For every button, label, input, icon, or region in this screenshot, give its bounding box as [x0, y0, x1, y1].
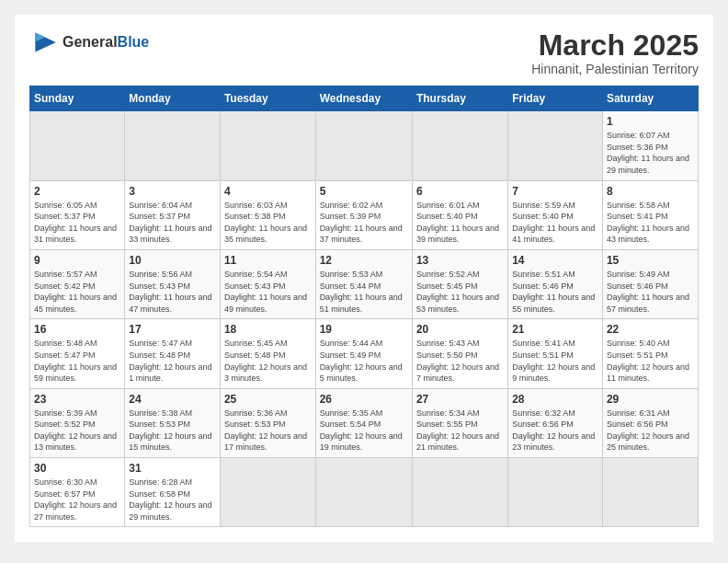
day-number: 26 [320, 393, 408, 406]
calendar-cell: 8Sunrise: 5:58 AM Sunset: 5:41 PM Daylig… [602, 180, 698, 249]
logo-text: GeneralBlue [63, 34, 149, 51]
day-info: Sunrise: 5:49 AM Sunset: 5:46 PM Dayligh… [607, 269, 694, 315]
calendar-cell: 7Sunrise: 5:59 AM Sunset: 5:40 PM Daylig… [508, 180, 603, 249]
col-wednesday: Wednesday [315, 86, 412, 111]
day-info: Sunrise: 5:48 AM Sunset: 5:47 PM Dayligh… [34, 338, 120, 384]
calendar-cell: 20Sunrise: 5:43 AM Sunset: 5:50 PM Dayli… [412, 319, 507, 388]
day-info: Sunrise: 6:30 AM Sunset: 6:57 PM Dayligh… [34, 477, 120, 523]
calendar-cell [412, 458, 507, 527]
calendar-cell: 17Sunrise: 5:47 AM Sunset: 5:48 PM Dayli… [125, 319, 221, 388]
calendar-header: Sunday Monday Tuesday Wednesday Thursday… [30, 86, 699, 111]
logo-icon [29, 29, 59, 55]
day-number: 23 [34, 393, 120, 406]
day-info: Sunrise: 5:51 AM Sunset: 5:46 PM Dayligh… [512, 269, 598, 315]
day-number: 31 [129, 462, 216, 475]
day-number: 8 [607, 185, 694, 198]
day-info: Sunrise: 5:52 AM Sunset: 5:45 PM Dayligh… [416, 269, 504, 315]
calendar-cell: 6Sunrise: 6:01 AM Sunset: 5:40 PM Daylig… [412, 180, 507, 249]
calendar-cell: 4Sunrise: 6:03 AM Sunset: 5:38 PM Daylig… [220, 180, 315, 249]
day-number: 2 [34, 185, 120, 198]
day-info: Sunrise: 5:44 AM Sunset: 5:49 PM Dayligh… [320, 338, 408, 384]
calendar-week-5: 23Sunrise: 5:39 AM Sunset: 5:52 PM Dayli… [30, 388, 699, 457]
calendar-cell [30, 111, 125, 180]
day-info: Sunrise: 6:32 AM Sunset: 6:56 PM Dayligh… [512, 408, 598, 454]
day-number: 7 [512, 185, 598, 198]
col-thursday: Thursday [412, 86, 507, 111]
day-number: 16 [34, 323, 120, 336]
calendar-cell [412, 111, 507, 180]
day-info: Sunrise: 5:43 AM Sunset: 5:50 PM Dayligh… [416, 338, 504, 384]
calendar-cell: 18Sunrise: 5:45 AM Sunset: 5:48 PM Dayli… [220, 319, 315, 388]
day-info: Sunrise: 5:39 AM Sunset: 5:52 PM Dayligh… [34, 408, 120, 454]
calendar-cell: 24Sunrise: 5:38 AM Sunset: 5:53 PM Dayli… [125, 388, 221, 457]
day-number: 25 [224, 393, 312, 406]
day-info: Sunrise: 5:36 AM Sunset: 5:53 PM Dayligh… [224, 408, 312, 454]
calendar-week-2: 2Sunrise: 6:05 AM Sunset: 5:37 PM Daylig… [30, 180, 699, 249]
header: GeneralBlue March 2025 Hinnanit, Palesti… [29, 29, 699, 76]
day-info: Sunrise: 5:56 AM Sunset: 5:43 PM Dayligh… [129, 269, 216, 315]
calendar-cell [602, 458, 698, 527]
calendar-cell: 26Sunrise: 5:35 AM Sunset: 5:54 PM Dayli… [315, 388, 412, 457]
col-friday: Friday [508, 86, 603, 111]
calendar-week-6: 30Sunrise: 6:30 AM Sunset: 6:57 PM Dayli… [30, 458, 699, 527]
day-info: Sunrise: 5:53 AM Sunset: 5:44 PM Dayligh… [320, 269, 408, 315]
day-info: Sunrise: 6:05 AM Sunset: 5:37 PM Dayligh… [34, 200, 120, 246]
calendar-cell: 11Sunrise: 5:54 AM Sunset: 5:43 PM Dayli… [220, 249, 315, 318]
day-number: 19 [320, 323, 408, 336]
subtitle: Hinnanit, Palestinian Territory [531, 62, 699, 76]
calendar-cell: 15Sunrise: 5:49 AM Sunset: 5:46 PM Dayli… [602, 249, 698, 318]
calendar-cell: 22Sunrise: 5:40 AM Sunset: 5:51 PM Dayli… [602, 319, 698, 388]
calendar-cell [125, 111, 221, 180]
calendar-cell: 5Sunrise: 6:02 AM Sunset: 5:39 PM Daylig… [315, 180, 412, 249]
col-monday: Monday [125, 86, 221, 111]
calendar-cell: 9Sunrise: 5:57 AM Sunset: 5:42 PM Daylig… [30, 249, 125, 318]
day-number: 5 [320, 185, 408, 198]
calendar-cell [508, 458, 603, 527]
day-info: Sunrise: 5:47 AM Sunset: 5:48 PM Dayligh… [129, 338, 216, 384]
month-title: March 2025 [531, 29, 699, 62]
day-info: Sunrise: 5:59 AM Sunset: 5:40 PM Dayligh… [512, 200, 598, 246]
calendar-cell: 29Sunrise: 6:31 AM Sunset: 6:56 PM Dayli… [602, 388, 698, 457]
calendar-cell: 2Sunrise: 6:05 AM Sunset: 5:37 PM Daylig… [30, 180, 125, 249]
calendar-page: GeneralBlue March 2025 Hinnanit, Palesti… [15, 15, 713, 542]
day-number: 22 [607, 323, 694, 336]
calendar-cell: 13Sunrise: 5:52 AM Sunset: 5:45 PM Dayli… [412, 249, 507, 318]
calendar-cell [315, 111, 412, 180]
day-info: Sunrise: 5:34 AM Sunset: 5:55 PM Dayligh… [416, 408, 504, 454]
calendar-cell: 19Sunrise: 5:44 AM Sunset: 5:49 PM Dayli… [315, 319, 412, 388]
calendar-table: Sunday Monday Tuesday Wednesday Thursday… [29, 86, 699, 527]
day-number: 9 [34, 254, 120, 267]
calendar-cell: 25Sunrise: 5:36 AM Sunset: 5:53 PM Dayli… [220, 388, 315, 457]
calendar-cell: 3Sunrise: 6:04 AM Sunset: 5:37 PM Daylig… [125, 180, 221, 249]
day-number: 15 [607, 254, 694, 267]
calendar-cell: 16Sunrise: 5:48 AM Sunset: 5:47 PM Dayli… [30, 319, 125, 388]
day-info: Sunrise: 5:41 AM Sunset: 5:51 PM Dayligh… [512, 338, 598, 384]
day-number: 20 [416, 323, 504, 336]
day-info: Sunrise: 6:28 AM Sunset: 6:58 PM Dayligh… [129, 477, 216, 523]
day-info: Sunrise: 5:54 AM Sunset: 5:43 PM Dayligh… [224, 269, 312, 315]
title-area: March 2025 Hinnanit, Palestinian Territo… [531, 29, 699, 76]
day-number: 10 [129, 254, 216, 267]
day-number: 13 [416, 254, 504, 267]
day-number: 18 [224, 323, 312, 336]
calendar-cell: 23Sunrise: 5:39 AM Sunset: 5:52 PM Dayli… [30, 388, 125, 457]
calendar-cell [508, 111, 603, 180]
calendar-cell: 31Sunrise: 6:28 AM Sunset: 6:58 PM Dayli… [125, 458, 221, 527]
day-info: Sunrise: 5:40 AM Sunset: 5:51 PM Dayligh… [607, 338, 694, 384]
calendar-week-1: 1Sunrise: 6:07 AM Sunset: 5:36 PM Daylig… [30, 111, 699, 180]
calendar-cell: 21Sunrise: 5:41 AM Sunset: 5:51 PM Dayli… [508, 319, 603, 388]
calendar-body: 1Sunrise: 6:07 AM Sunset: 5:36 PM Daylig… [30, 111, 699, 527]
col-saturday: Saturday [602, 86, 698, 111]
day-number: 6 [416, 185, 504, 198]
calendar-cell [315, 458, 412, 527]
day-info: Sunrise: 5:38 AM Sunset: 5:53 PM Dayligh… [129, 408, 216, 454]
calendar-week-4: 16Sunrise: 5:48 AM Sunset: 5:47 PM Dayli… [30, 319, 699, 388]
calendar-cell [220, 458, 315, 527]
day-number: 24 [129, 393, 216, 406]
calendar-cell: 10Sunrise: 5:56 AM Sunset: 5:43 PM Dayli… [125, 249, 221, 318]
day-info: Sunrise: 5:35 AM Sunset: 5:54 PM Dayligh… [320, 408, 408, 454]
calendar-cell: 1Sunrise: 6:07 AM Sunset: 5:36 PM Daylig… [602, 111, 698, 180]
day-number: 3 [129, 185, 216, 198]
day-number: 17 [129, 323, 216, 336]
calendar-cell [220, 111, 315, 180]
